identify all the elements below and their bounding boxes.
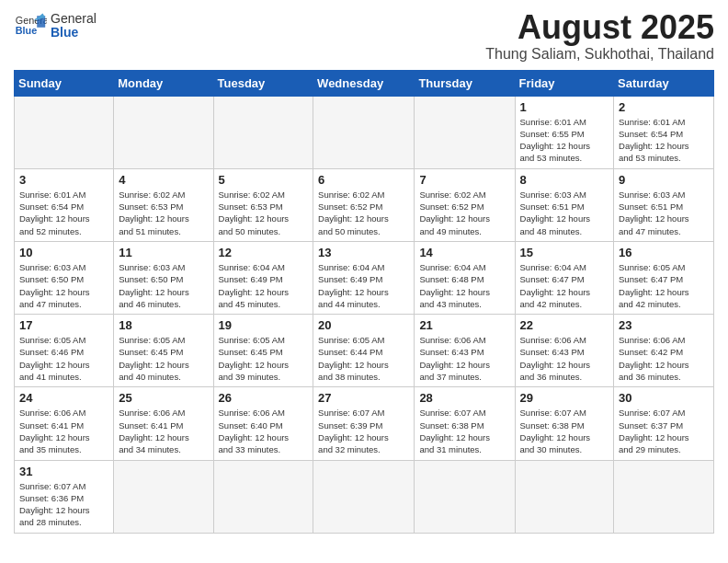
- day-number: 11: [119, 246, 208, 259]
- day-info: Sunrise: 6:06 AM Sunset: 6:42 PM Dayligh…: [619, 334, 709, 383]
- day-number: 10: [19, 246, 108, 259]
- day-number: 23: [619, 318, 709, 332]
- calendar-cell: 22Sunrise: 6:06 AM Sunset: 6:43 PM Dayli…: [515, 315, 614, 387]
- day-number: 29: [520, 391, 609, 405]
- day-info: Sunrise: 6:03 AM Sunset: 6:51 PM Dayligh…: [619, 189, 709, 237]
- logo-icon: General Blue: [14, 9, 47, 42]
- day-number: 28: [419, 391, 509, 405]
- logo-text: General Blue: [51, 12, 97, 40]
- calendar-cell: [15, 96, 114, 168]
- day-info: Sunrise: 6:06 AM Sunset: 6:41 PM Dayligh…: [19, 407, 108, 455]
- day-info: Sunrise: 6:04 AM Sunset: 6:47 PM Dayligh…: [520, 261, 609, 310]
- weekday-header-saturday: Saturday: [614, 70, 714, 96]
- day-info: Sunrise: 6:01 AM Sunset: 6:54 PM Dayligh…: [619, 116, 709, 165]
- day-info: Sunrise: 6:04 AM Sunset: 6:49 PM Dayligh…: [318, 261, 409, 310]
- day-info: Sunrise: 6:06 AM Sunset: 6:40 PM Dayligh…: [219, 407, 309, 455]
- day-number: 27: [318, 391, 409, 405]
- calendar-cell: 1Sunrise: 6:01 AM Sunset: 6:55 PM Daylig…: [515, 96, 614, 168]
- calendar-week-row: 10Sunrise: 6:03 AM Sunset: 6:50 PM Dayli…: [15, 241, 714, 314]
- calendar-cell: 16Sunrise: 6:05 AM Sunset: 6:47 PM Dayli…: [614, 241, 714, 314]
- day-info: Sunrise: 6:07 AM Sunset: 6:39 PM Dayligh…: [318, 407, 409, 455]
- day-number: 6: [318, 173, 409, 187]
- calendar-cell: 2Sunrise: 6:01 AM Sunset: 6:54 PM Daylig…: [614, 96, 714, 168]
- calendar-cell: [313, 460, 415, 533]
- day-info: Sunrise: 6:05 AM Sunset: 6:47 PM Dayligh…: [619, 261, 709, 310]
- day-number: 26: [219, 391, 309, 405]
- calendar-cell: 7Sunrise: 6:02 AM Sunset: 6:52 PM Daylig…: [415, 168, 515, 241]
- day-number: 16: [619, 246, 709, 259]
- day-info: Sunrise: 6:03 AM Sunset: 6:50 PM Dayligh…: [119, 261, 208, 310]
- day-number: 9: [619, 173, 709, 187]
- day-info: Sunrise: 6:07 AM Sunset: 6:36 PM Dayligh…: [19, 480, 108, 529]
- day-number: 15: [520, 246, 609, 259]
- day-number: 7: [419, 173, 509, 187]
- calendar-cell: 19Sunrise: 6:05 AM Sunset: 6:45 PM Dayli…: [213, 315, 313, 387]
- calendar-cell: 4Sunrise: 6:02 AM Sunset: 6:53 PM Daylig…: [114, 168, 213, 241]
- day-number: 2: [619, 100, 709, 114]
- day-info: Sunrise: 6:04 AM Sunset: 6:48 PM Dayligh…: [419, 261, 509, 310]
- calendar-cell: [515, 460, 614, 533]
- calendar-cell: 29Sunrise: 6:07 AM Sunset: 6:38 PM Dayli…: [515, 387, 614, 460]
- day-number: 13: [318, 246, 409, 259]
- weekday-header-friday: Friday: [515, 70, 614, 96]
- calendar-cell: [415, 96, 515, 168]
- day-number: 19: [219, 318, 309, 332]
- day-info: Sunrise: 6:06 AM Sunset: 6:41 PM Dayligh…: [119, 407, 208, 455]
- day-info: Sunrise: 6:06 AM Sunset: 6:43 PM Dayligh…: [419, 334, 509, 383]
- weekday-header-thursday: Thursday: [415, 70, 515, 96]
- day-number: 5: [219, 173, 309, 187]
- day-number: 25: [119, 391, 208, 405]
- weekday-header-wednesday: Wednesday: [313, 70, 415, 96]
- calendar-cell: 15Sunrise: 6:04 AM Sunset: 6:47 PM Dayli…: [515, 241, 614, 314]
- calendar-cell: [114, 460, 213, 533]
- day-info: Sunrise: 6:05 AM Sunset: 6:46 PM Dayligh…: [19, 334, 108, 383]
- calendar-cell: [114, 96, 213, 168]
- calendar-cell: 31Sunrise: 6:07 AM Sunset: 6:36 PM Dayli…: [15, 460, 114, 533]
- calendar-cell: 26Sunrise: 6:06 AM Sunset: 6:40 PM Dayli…: [213, 387, 313, 460]
- day-info: Sunrise: 6:07 AM Sunset: 6:38 PM Dayligh…: [419, 407, 509, 455]
- day-info: Sunrise: 6:03 AM Sunset: 6:51 PM Dayligh…: [520, 189, 609, 237]
- calendar-cell: 12Sunrise: 6:04 AM Sunset: 6:49 PM Dayli…: [213, 241, 313, 314]
- calendar-cell: 30Sunrise: 6:07 AM Sunset: 6:37 PM Dayli…: [614, 387, 714, 460]
- weekday-header-row: SundayMondayTuesdayWednesdayThursdayFrid…: [15, 70, 714, 96]
- day-info: Sunrise: 6:03 AM Sunset: 6:50 PM Dayligh…: [19, 261, 108, 310]
- calendar-cell: 8Sunrise: 6:03 AM Sunset: 6:51 PM Daylig…: [515, 168, 614, 241]
- day-info: Sunrise: 6:04 AM Sunset: 6:49 PM Dayligh…: [219, 261, 309, 310]
- calendar-cell: 18Sunrise: 6:05 AM Sunset: 6:45 PM Dayli…: [114, 315, 213, 387]
- day-number: 4: [119, 173, 208, 187]
- day-info: Sunrise: 6:01 AM Sunset: 6:54 PM Dayligh…: [19, 189, 108, 237]
- day-info: Sunrise: 6:05 AM Sunset: 6:45 PM Dayligh…: [219, 334, 309, 383]
- day-info: Sunrise: 6:02 AM Sunset: 6:52 PM Dayligh…: [318, 189, 409, 237]
- day-number: 22: [520, 318, 609, 332]
- day-info: Sunrise: 6:02 AM Sunset: 6:53 PM Dayligh…: [219, 189, 309, 237]
- day-info: Sunrise: 6:01 AM Sunset: 6:55 PM Dayligh…: [520, 116, 609, 165]
- calendar-cell: 20Sunrise: 6:05 AM Sunset: 6:44 PM Dayli…: [313, 315, 415, 387]
- day-number: 8: [520, 173, 609, 187]
- title-section: August 2025 Thung Saliam, Sukhothai, Tha…: [485, 9, 714, 63]
- calendar-week-row: 3Sunrise: 6:01 AM Sunset: 6:54 PM Daylig…: [15, 168, 714, 241]
- location: Thung Saliam, Sukhothai, Thailand: [485, 46, 714, 63]
- day-number: 14: [419, 246, 509, 259]
- day-info: Sunrise: 6:02 AM Sunset: 6:53 PM Dayligh…: [119, 189, 208, 237]
- calendar-cell: 27Sunrise: 6:07 AM Sunset: 6:39 PM Dayli…: [313, 387, 415, 460]
- day-number: 24: [19, 391, 108, 405]
- calendar: SundayMondayTuesdayWednesdayThursdayFrid…: [14, 70, 714, 534]
- day-number: 30: [619, 391, 709, 405]
- calendar-cell: [213, 96, 313, 168]
- day-info: Sunrise: 6:02 AM Sunset: 6:52 PM Dayligh…: [419, 189, 509, 237]
- weekday-header-monday: Monday: [114, 70, 213, 96]
- calendar-week-row: 1Sunrise: 6:01 AM Sunset: 6:55 PM Daylig…: [15, 96, 714, 168]
- month-year: August 2025: [485, 9, 714, 46]
- day-number: 18: [119, 318, 208, 332]
- day-number: 3: [19, 173, 108, 187]
- calendar-week-row: 31Sunrise: 6:07 AM Sunset: 6:36 PM Dayli…: [15, 460, 714, 533]
- day-info: Sunrise: 6:07 AM Sunset: 6:38 PM Dayligh…: [520, 407, 609, 455]
- calendar-cell: [415, 460, 515, 533]
- calendar-cell: 24Sunrise: 6:06 AM Sunset: 6:41 PM Dayli…: [15, 387, 114, 460]
- calendar-cell: 11Sunrise: 6:03 AM Sunset: 6:50 PM Dayli…: [114, 241, 213, 314]
- calendar-cell: 13Sunrise: 6:04 AM Sunset: 6:49 PM Dayli…: [313, 241, 415, 314]
- day-info: Sunrise: 6:05 AM Sunset: 6:45 PM Dayligh…: [119, 334, 208, 383]
- calendar-cell: 25Sunrise: 6:06 AM Sunset: 6:41 PM Dayli…: [114, 387, 213, 460]
- day-info: Sunrise: 6:05 AM Sunset: 6:44 PM Dayligh…: [318, 334, 409, 383]
- day-number: 20: [318, 318, 409, 332]
